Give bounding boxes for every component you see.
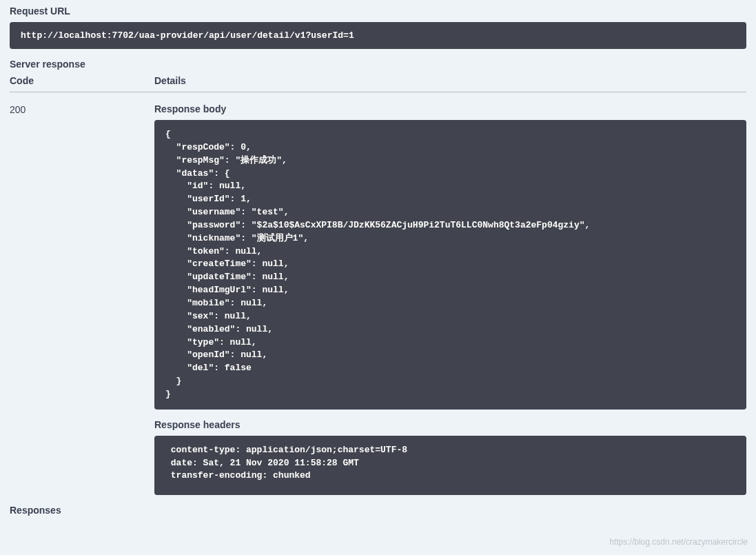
response-header-row: Code Details: [10, 75, 746, 92]
responses-label: Responses: [10, 505, 746, 516]
details-header: Details: [154, 75, 746, 86]
request-url-block[interactable]: http://localhost:7702/uaa-provider/api/u…: [10, 22, 746, 49]
response-body-label: Response body: [154, 103, 746, 114]
response-headers-block[interactable]: content-type: application/json;charset=U…: [154, 436, 746, 496]
response-data-row: 200 Response body { "respCode": 0, "resp…: [10, 103, 746, 495]
status-code: 200: [10, 104, 25, 115]
server-response-label: Server response: [10, 59, 746, 70]
watermark-text: https://blog.csdn.net/crazymakercircle: [609, 537, 748, 547]
request-url-label: Request URL: [10, 6, 746, 17]
response-body-block[interactable]: { "respCode": 0, "respMsg": "操作成功", "dat…: [154, 120, 746, 410]
response-table: Code Details 200 Response body { "respCo…: [10, 75, 746, 495]
code-header: Code: [10, 75, 154, 86]
response-headers-label: Response headers: [154, 419, 746, 430]
